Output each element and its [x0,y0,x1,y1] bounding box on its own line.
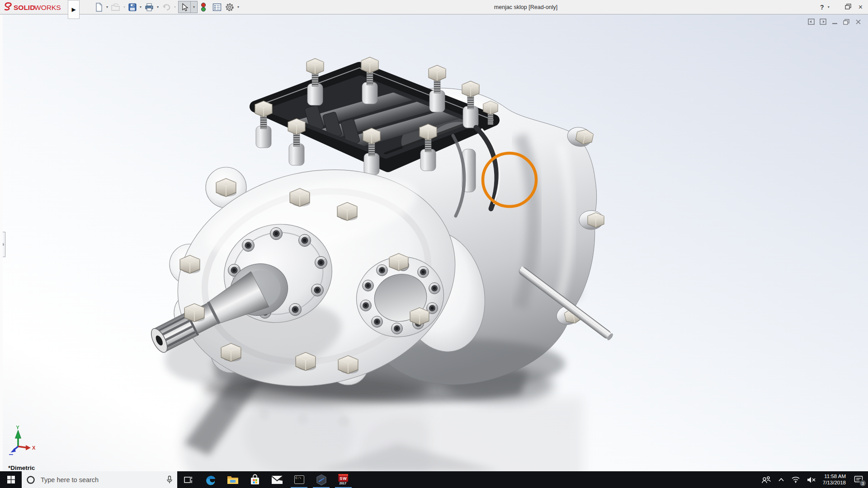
notification-badge: 3 [859,480,866,487]
wifi-icon[interactable] [791,476,800,483]
restore-document-button[interactable] [843,18,850,25]
printer-icon [144,3,154,12]
cortana-icon [26,475,35,484]
dropdown-caret-icon[interactable]: ▾ [156,5,160,9]
close-button[interactable]: × [859,4,863,11]
flyout-arrow-icon: ▶ [71,6,75,13]
select-tool-caret[interactable]: ▾ [190,1,197,13]
store-icon [250,474,260,485]
menu-flyout-button[interactable]: ▶ [68,0,80,19]
taskbar-app-solidworks[interactable]: SW 2017 [332,471,354,488]
sw-year-label: 2017 [340,482,347,485]
dropdown-caret-icon[interactable]: ▾ [139,5,142,9]
save-floppy-icon [128,3,137,12]
hidden-icons-chevron[interactable] [778,478,784,482]
system-tray: 11:58 AM 7/13/2018 3 [761,471,868,488]
model-canvas[interactable]: Y X [0,14,868,471]
task-view-button[interactable] [177,471,199,488]
minimize-document-button[interactable] [831,18,838,25]
title-bar: SOLID WORKS ▶ ▾ ▾ [0,0,868,14]
new-document-button[interactable] [93,1,105,13]
close-icon [855,19,861,25]
selection-filter-button[interactable] [199,1,208,13]
triad-y-label: Y [16,425,20,430]
restore-button[interactable] [845,3,851,11]
microphone-icon[interactable] [166,475,173,484]
sw-cube-label: SW [338,474,348,482]
options-button[interactable] [223,1,236,13]
hexagon-app-icon [316,474,327,486]
dropdown-caret-icon: ▾ [173,5,177,9]
file-explorer-icon [227,475,239,485]
triad-x-label: X [32,445,36,450]
select-tool-button[interactable] [179,1,190,13]
taskbar-app-command-prompt[interactable]: C:\ [288,471,310,488]
traffic-light-icon [200,2,207,12]
gear-icon [225,2,235,12]
taskbar-app-file-explorer[interactable] [222,471,244,488]
search-input[interactable] [40,476,162,484]
file-properties-icon [212,3,222,11]
volume-muted-icon[interactable] [807,476,816,483]
help-caret-icon[interactable]: ▾ [827,5,830,9]
mail-icon [271,475,283,484]
clock-date: 7/13/2018 [823,480,846,486]
dassault-glyph-icon [5,3,11,9]
taskbar-app-mail[interactable] [266,471,288,488]
taskbar: C:\ SW 2017 [0,471,868,488]
undo-arrow-icon [161,3,171,12]
solidworks-logo: SOLID WORKS [4,1,66,13]
clock-time: 11:58 AM [824,474,846,480]
new-document-icon [94,2,104,12]
people-icon[interactable] [761,476,771,484]
start-button[interactable] [0,471,22,488]
undo-button [160,1,173,13]
solidworks-2017-icon: SW 2017 [338,474,349,486]
open-button[interactable] [109,1,122,13]
previous-window-button[interactable] [807,18,815,25]
taskbar-app-edge[interactable] [199,471,222,488]
save-button[interactable] [127,1,138,13]
graphics-area[interactable]: Y X [0,14,868,471]
brand-text-bold: SOLID [14,4,35,11]
taskbar-clock[interactable]: 11:58 AM 7/13/2018 [823,474,846,486]
window-controls: ? ▾ × [820,0,863,14]
orientation-label: *Dimetric [8,465,35,471]
panel-left-icon [808,19,815,25]
restore-icon [843,19,849,25]
restore-icon [845,4,851,9]
minimize-icon [832,19,838,25]
close-document-button[interactable] [854,18,862,25]
dropdown-caret-icon: ▾ [192,5,196,9]
file-properties-button[interactable] [211,1,223,13]
panel-right-icon [820,19,826,25]
task-view-icon [184,476,193,484]
open-folder-icon [111,3,121,12]
dropdown-caret-icon[interactable]: ▾ [236,5,240,9]
brand-text-light: WORKS [34,4,61,11]
dropdown-caret-icon: ▾ [123,5,126,9]
taskbar-search[interactable] [22,471,177,488]
print-button[interactable] [143,1,156,13]
dropdown-caret-icon[interactable]: ▾ [105,5,109,9]
select-tool-group: ▾ [178,1,198,13]
taskbar-app-store[interactable] [244,471,266,488]
next-window-button[interactable] [819,18,826,25]
splitter-dot-icon [1,243,4,246]
command-prompt-icon: C:\ [294,475,304,484]
document-title: menjac sklop [Read-only] [494,4,557,10]
feature-panel-splitter-tab[interactable] [0,232,5,257]
taskbar-app-hexagon[interactable] [310,471,332,488]
action-center-button[interactable]: 3 [853,474,864,486]
windows-logo-icon [7,476,15,483]
quick-toolbar: ▾ ▾ ▾ ▾ [93,0,240,14]
edge-icon [205,474,217,486]
help-button[interactable]: ? [820,4,824,11]
cursor-arrow-icon [180,3,189,12]
document-window-controls [807,18,862,25]
